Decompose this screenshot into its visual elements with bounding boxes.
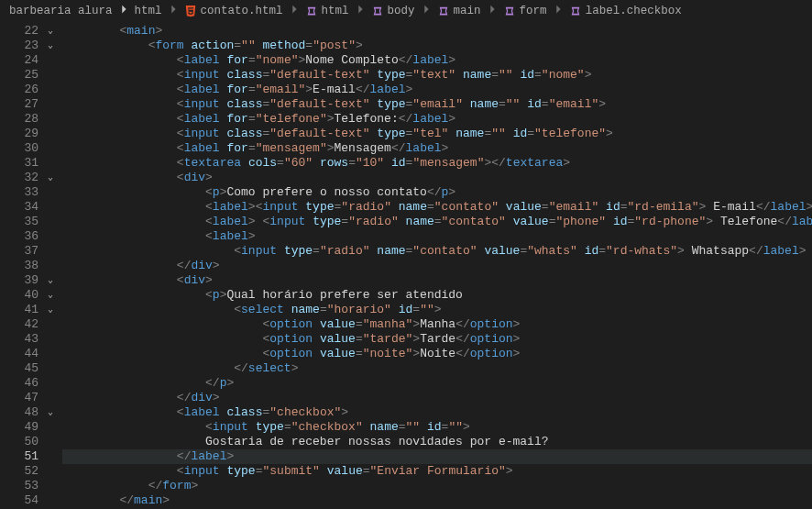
code-line[interactable]: <div> — [62, 171, 812, 185]
symbol-icon — [503, 5, 516, 17]
code-line[interactable]: <input class="default-text" type="tel" n… — [62, 127, 812, 141]
code-line[interactable]: <label for="mensagem">Mensagem</label> — [62, 141, 812, 156]
code-line[interactable]: </div> — [62, 391, 812, 405]
symbol-icon — [371, 5, 384, 17]
crumb-folder-html[interactable]: html — [135, 5, 162, 17]
code-line[interactable]: </form> — [62, 479, 812, 493]
crumb-form[interactable]: form — [503, 5, 547, 17]
html5-icon — [184, 5, 197, 17]
code-line[interactable]: <label> <input type="radio" name="contat… — [62, 215, 812, 229]
crumb-body[interactable]: body — [371, 5, 415, 17]
code-line[interactable]: <p>Qual horário prefere ser atendido — [62, 288, 812, 303]
code-line[interactable]: </label> — [62, 449, 812, 464]
symbol-icon — [437, 5, 450, 17]
code-editor[interactable]: 22⌄23⌄242526272829303132⌄33343536373839⌄… — [0, 22, 812, 509]
code-line[interactable]: <label for="email">E-mail</label> — [62, 83, 812, 97]
chevron-right-icon — [486, 3, 499, 19]
chevron-right-icon — [288, 3, 301, 19]
crumb-html[interactable]: html — [305, 5, 349, 17]
code-line[interactable]: </select> — [62, 361, 812, 376]
code-line[interactable]: <main> — [62, 24, 812, 39]
code-line[interactable]: <input class="default-text" type="text" … — [62, 68, 812, 83]
code-line[interactable]: <label><input type="radio" name="contato… — [62, 200, 812, 215]
code-line[interactable]: <label> — [62, 229, 812, 244]
code-line[interactable]: <label for="nome">Nome Completo</label> — [62, 53, 812, 68]
code-line[interactable]: Gostaria de receber nossas novidades por… — [62, 435, 812, 449]
code-line[interactable]: </p> — [62, 376, 812, 391]
symbol-icon — [569, 5, 582, 17]
chevron-right-icon — [167, 3, 180, 19]
code-line[interactable]: <input class="default-text" type="email"… — [62, 97, 812, 112]
code-line[interactable]: <div> — [62, 273, 812, 288]
code-line[interactable]: <input type="checkbox" name="" id=""> — [62, 420, 812, 435]
symbol-icon — [305, 5, 318, 17]
code-line[interactable]: <option value="noite">Noite</option> — [62, 347, 812, 361]
code-line[interactable]: <input type="submit" value="Enviar Formu… — [62, 464, 812, 479]
code-line[interactable]: <p>Como prefere o nosso contato</p> — [62, 185, 812, 200]
code-line[interactable]: <label for="telefone">Telefone:</label> — [62, 112, 812, 127]
code-line[interactable]: <select name="horario" id=""> — [62, 303, 812, 317]
line-gutter: 22⌄23⌄242526272829303132⌄33343536373839⌄… — [0, 22, 55, 509]
crumb-main[interactable]: main — [437, 5, 481, 17]
code-line[interactable]: </main> — [62, 493, 812, 508]
crumb-folder-root[interactable]: barbearia alura — [9, 5, 113, 17]
chevron-right-icon — [420, 3, 433, 19]
chevron-right-icon — [354, 3, 367, 19]
code-line[interactable]: <textarea cols="60" rows="10" id="mensag… — [62, 156, 812, 171]
crumb-label[interactable]: label.checkbox — [569, 5, 682, 17]
chevron-right-icon — [552, 3, 565, 19]
code-line[interactable]: <label class="checkbox"> — [62, 405, 812, 420]
code-line[interactable]: <form action="" method="post"> — [62, 39, 812, 53]
code-area[interactable]: <main> <form action="" method="post"> <l… — [55, 22, 812, 509]
code-line[interactable]: <input type="radio" name="contato" value… — [62, 244, 812, 259]
chevron-right-icon — [117, 3, 130, 19]
crumb-file[interactable]: contato.html — [184, 5, 283, 17]
code-line[interactable]: <option value="manha">Manha</option> — [62, 317, 812, 332]
code-line[interactable]: <option value="tarde">Tarde</option> — [62, 332, 812, 347]
code-line[interactable]: </div> — [62, 259, 812, 273]
breadcrumb: barbearia alura html contato.html html b… — [0, 0, 812, 22]
